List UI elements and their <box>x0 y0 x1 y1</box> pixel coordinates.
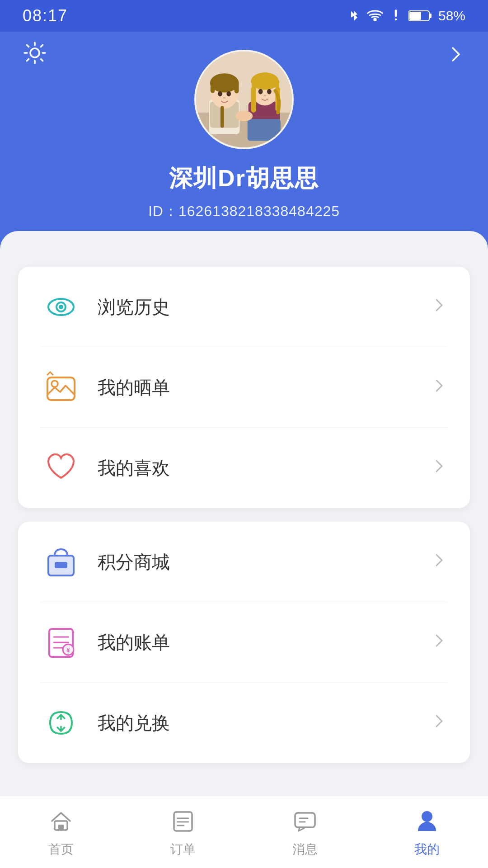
nav-home[interactable]: 首页 <box>0 807 122 858</box>
svg-rect-20 <box>248 119 281 141</box>
my-posts-chevron <box>431 377 447 398</box>
profile-navigate-button[interactable] <box>446 44 465 69</box>
messages-nav-label: 消息 <box>292 841 318 858</box>
svg-point-6 <box>30 48 39 57</box>
my-bills-item[interactable]: ¥ 我的账单 <box>18 602 470 683</box>
svg-point-35 <box>52 381 58 387</box>
svg-point-54 <box>422 811 432 822</box>
browse-history-label: 浏览历史 <box>98 295 431 320</box>
profile-header: 深圳Dr胡思思 ID：1626138218338484225 <box>0 32 488 258</box>
messages-nav-icon <box>291 807 319 835</box>
browse-history-item[interactable]: 浏览历史 <box>18 267 470 347</box>
content-area: 浏览历史 我的晒单 <box>0 258 488 868</box>
my-likes-chevron <box>431 458 447 478</box>
my-likes-item[interactable]: 我的喜欢 <box>18 428 470 508</box>
svg-rect-14 <box>235 81 239 94</box>
svg-point-27 <box>258 89 263 94</box>
svg-rect-34 <box>47 377 75 400</box>
svg-point-29 <box>263 94 266 96</box>
settings-button[interactable] <box>23 41 47 70</box>
svg-rect-5 <box>409 12 421 20</box>
my-exchange-item[interactable]: 我的兑换 <box>18 683 470 763</box>
profile-name: 深圳Dr胡思思 <box>169 163 319 194</box>
bill-icon: ¥ <box>41 622 81 663</box>
svg-point-15 <box>218 91 222 97</box>
orders-nav-label: 订单 <box>170 841 196 858</box>
svg-rect-38 <box>55 562 67 568</box>
photo-icon <box>41 367 81 408</box>
svg-rect-13 <box>211 80 215 93</box>
svg-point-30 <box>235 111 253 121</box>
points-mall-chevron <box>431 552 447 572</box>
menu-card-2: 积分商城 ¥ 我的账单 <box>18 522 470 763</box>
exchange-icon <box>41 703 81 743</box>
svg-point-17 <box>223 97 226 99</box>
battery-icon <box>408 9 432 22</box>
header-curve <box>0 231 488 258</box>
bluetooth-icon <box>348 8 361 24</box>
nav-orders[interactable]: 订单 <box>122 807 244 858</box>
svg-rect-4 <box>429 14 432 18</box>
heart-icon <box>41 448 81 488</box>
mine-nav-icon <box>413 807 441 835</box>
bottom-navigation: 首页 订单 消息 <box>0 796 488 868</box>
points-mall-item[interactable]: 积分商城 <box>18 522 470 602</box>
profile-id: ID：1626138218338484225 <box>148 202 340 222</box>
alert-icon <box>389 9 402 23</box>
my-bills-label: 我的账单 <box>98 630 431 655</box>
svg-point-33 <box>59 305 63 309</box>
status-icons: 58% <box>348 8 465 24</box>
my-posts-item[interactable]: 我的晒单 <box>18 347 470 428</box>
avatar[interactable] <box>194 50 294 149</box>
menu-card-1: 浏览历史 我的晒单 <box>18 267 470 508</box>
svg-rect-46 <box>58 825 64 830</box>
my-exchange-label: 我的兑换 <box>98 711 431 736</box>
svg-rect-2 <box>395 19 397 21</box>
status-time: 08:17 <box>23 6 68 25</box>
battery-percentage: 58% <box>438 8 465 24</box>
svg-rect-1 <box>395 9 397 17</box>
svg-point-16 <box>226 91 231 97</box>
svg-rect-51 <box>295 813 315 827</box>
home-nav-icon <box>47 807 75 835</box>
svg-point-28 <box>267 89 272 94</box>
orders-nav-icon <box>169 807 197 835</box>
svg-text:¥: ¥ <box>66 646 70 654</box>
svg-rect-25 <box>251 86 256 113</box>
nav-messages[interactable]: 消息 <box>244 807 366 858</box>
svg-point-0 <box>374 19 376 21</box>
my-likes-label: 我的喜欢 <box>98 456 431 481</box>
wifi-icon <box>367 9 383 22</box>
my-posts-label: 我的晒单 <box>98 375 431 400</box>
browse-history-chevron <box>431 297 447 317</box>
shop-icon <box>41 542 81 582</box>
mine-nav-label: 我的 <box>414 841 440 858</box>
status-bar: 08:17 58% <box>0 0 488 32</box>
points-mall-label: 积分商城 <box>98 550 431 575</box>
nav-mine[interactable]: 我的 <box>366 807 488 858</box>
eye-icon <box>41 287 81 327</box>
home-nav-label: 首页 <box>48 841 74 858</box>
my-exchange-chevron <box>431 713 447 733</box>
svg-rect-18 <box>221 106 224 127</box>
my-bills-chevron <box>431 632 447 653</box>
